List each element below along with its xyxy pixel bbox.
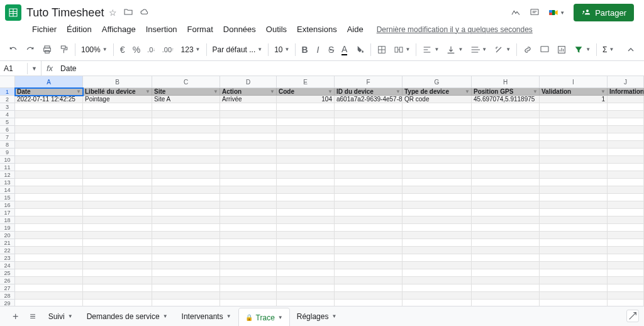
cell-I19[interactable] xyxy=(540,224,608,232)
cell-I24[interactable] xyxy=(540,262,608,269)
col-header-E[interactable]: E xyxy=(277,76,335,88)
cell-B3[interactable] xyxy=(83,103,152,111)
cell-J6[interactable] xyxy=(608,126,644,133)
cell-I8[interactable] xyxy=(540,141,608,149)
cell-D8[interactable] xyxy=(220,141,277,149)
cell-F5[interactable] xyxy=(335,118,402,126)
filter-icon[interactable]: ▼ xyxy=(76,89,81,94)
cell-E1[interactable]: Code▼ xyxy=(277,88,335,96)
menu-aide[interactable]: Aide xyxy=(343,23,368,36)
row-header-18[interactable]: 18 xyxy=(0,216,15,224)
row-header-10[interactable]: 10 xyxy=(0,156,15,164)
cell-J7[interactable] xyxy=(608,133,644,141)
cell-I22[interactable] xyxy=(540,247,608,254)
menu-fichier[interactable]: Fichier xyxy=(28,23,61,36)
filter-icon[interactable]: ▼ xyxy=(396,89,401,94)
cell-J4[interactable] xyxy=(608,111,644,118)
cell-F13[interactable] xyxy=(335,179,402,186)
cell-F12[interactable] xyxy=(335,171,402,179)
cell-J26[interactable] xyxy=(608,277,644,284)
doc-title[interactable]: Tuto Timesheet xyxy=(26,6,104,20)
zoom-dropdown[interactable]: 100%▼ xyxy=(78,43,111,56)
cell-I3[interactable] xyxy=(540,103,608,111)
cell-H1[interactable]: Position GPS▼ xyxy=(472,88,540,96)
cell-C28[interactable] xyxy=(152,292,220,300)
cell-B25[interactable] xyxy=(83,269,152,277)
last-edit-link[interactable]: Dernière modification il y a quelques se… xyxy=(377,25,533,34)
cell-F20[interactable] xyxy=(335,232,402,239)
cell-D12[interactable] xyxy=(220,171,277,179)
cell-I4[interactable] xyxy=(540,111,608,118)
cell-B16[interactable] xyxy=(83,201,152,209)
sheet-tab-trace[interactable]: 🔒Trace▼ xyxy=(239,308,289,326)
cell-F25[interactable] xyxy=(335,269,402,277)
menu-édition[interactable]: Édition xyxy=(62,23,96,36)
cell-H27[interactable] xyxy=(472,284,540,292)
chevron-down-icon[interactable]: ▼ xyxy=(331,313,336,319)
cell-C11[interactable] xyxy=(152,164,220,171)
row-header-21[interactable]: 21 xyxy=(0,239,15,247)
cell-D4[interactable] xyxy=(220,111,277,118)
cell-A11[interactable] xyxy=(15,164,83,171)
cell-F18[interactable] xyxy=(335,216,402,224)
menu-affichage[interactable]: Affichage xyxy=(97,23,140,36)
cell-D7[interactable] xyxy=(220,133,277,141)
cell-J9[interactable] xyxy=(608,149,644,156)
cell-D24[interactable] xyxy=(220,262,277,269)
cell-G25[interactable] xyxy=(402,269,472,277)
cell-C27[interactable] xyxy=(152,284,220,292)
cell-G17[interactable] xyxy=(402,209,472,216)
cell-E3[interactable] xyxy=(277,103,335,111)
row-header-20[interactable]: 20 xyxy=(0,232,15,239)
cell-B9[interactable] xyxy=(83,149,152,156)
cell-J21[interactable] xyxy=(608,239,644,247)
cell-I20[interactable] xyxy=(540,232,608,239)
cell-E22[interactable] xyxy=(277,247,335,254)
cell-I7[interactable] xyxy=(540,133,608,141)
row-header-17[interactable]: 17 xyxy=(0,209,15,216)
cell-B2[interactable]: Pointage xyxy=(83,96,152,103)
cell-H23[interactable] xyxy=(472,254,540,262)
cell-I27[interactable] xyxy=(540,284,608,292)
cell-G3[interactable] xyxy=(402,103,472,111)
cell-A28[interactable] xyxy=(15,292,83,300)
cell-G14[interactable] xyxy=(402,186,472,194)
row-header-7[interactable]: 7 xyxy=(0,133,15,141)
cell-B7[interactable] xyxy=(83,133,152,141)
cell-D13[interactable] xyxy=(220,179,277,186)
cell-I16[interactable] xyxy=(540,201,608,209)
filter-icon[interactable]: ▼ xyxy=(465,89,470,94)
name-box[interactable]: A1 xyxy=(0,63,28,74)
col-header-A[interactable]: A xyxy=(15,76,83,88)
link-button[interactable] xyxy=(519,42,536,57)
cell-I1[interactable]: Validation▼ xyxy=(540,88,608,96)
cell-H20[interactable] xyxy=(472,232,540,239)
col-header-C[interactable]: C xyxy=(152,76,220,88)
cell-G9[interactable] xyxy=(402,149,472,156)
row-header-24[interactable]: 24 xyxy=(0,262,15,269)
cell-H6[interactable] xyxy=(472,126,540,133)
filter-icon[interactable]: ▼ xyxy=(270,89,275,94)
cell-I2[interactable]: 1 xyxy=(540,96,608,103)
filter-icon[interactable]: ▼ xyxy=(637,89,642,94)
cell-B13[interactable] xyxy=(83,179,152,186)
cell-C23[interactable] xyxy=(152,254,220,262)
filter-icon[interactable]: ▼ xyxy=(213,89,218,94)
cell-G26[interactable] xyxy=(402,277,472,284)
cell-A12[interactable] xyxy=(15,171,83,179)
cell-G21[interactable] xyxy=(402,239,472,247)
col-header-B[interactable]: B xyxy=(83,76,152,88)
cell-H17[interactable] xyxy=(472,209,540,216)
undo-button[interactable] xyxy=(5,42,21,57)
row-header-14[interactable]: 14 xyxy=(0,186,15,194)
cell-E6[interactable] xyxy=(277,126,335,133)
cell-B1[interactable]: Libellé du device▼ xyxy=(83,88,152,96)
menu-outils[interactable]: Outils xyxy=(262,23,291,36)
cell-F15[interactable] xyxy=(335,194,402,201)
cell-G16[interactable] xyxy=(402,201,472,209)
cell-C4[interactable] xyxy=(152,111,220,118)
cell-J19[interactable] xyxy=(608,224,644,232)
row-header-22[interactable]: 22 xyxy=(0,247,15,254)
font-size-dropdown[interactable]: 10▼ xyxy=(271,43,292,56)
cell-D6[interactable] xyxy=(220,126,277,133)
